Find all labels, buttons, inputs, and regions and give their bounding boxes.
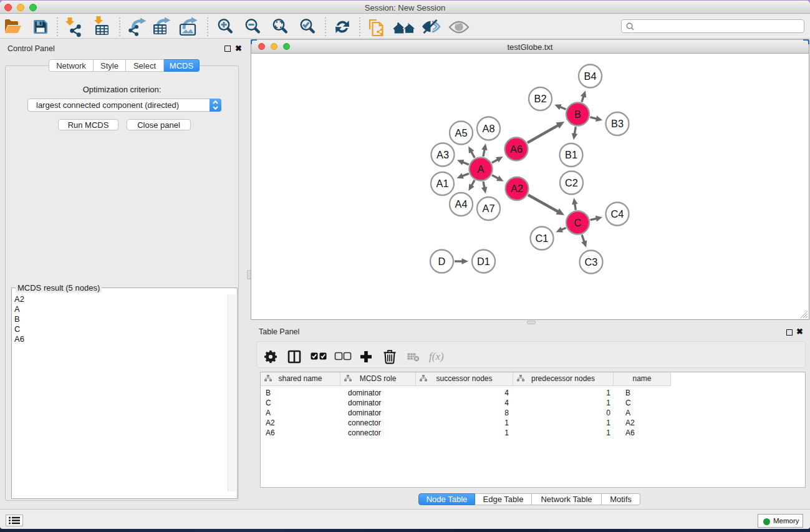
svg-text:C1: C1 xyxy=(536,233,549,244)
svg-text:D: D xyxy=(438,256,446,267)
svg-text:B3: B3 xyxy=(611,118,624,129)
svg-text:A1: A1 xyxy=(436,178,449,189)
svg-text:A7: A7 xyxy=(483,203,495,214)
svg-text:A2: A2 xyxy=(511,183,523,194)
svg-text:B4: B4 xyxy=(584,70,597,82)
svg-text:B: B xyxy=(574,109,581,120)
svg-text:A5: A5 xyxy=(455,127,468,138)
svg-text:A8: A8 xyxy=(483,123,495,134)
svg-text:C4: C4 xyxy=(611,208,624,220)
svg-text:A4: A4 xyxy=(455,198,468,210)
svg-text:B2: B2 xyxy=(534,93,547,104)
svg-text:D1: D1 xyxy=(477,256,490,267)
svg-text:A: A xyxy=(478,163,485,175)
svg-text:C: C xyxy=(574,217,582,228)
svg-text:C3: C3 xyxy=(585,256,598,268)
svg-text:B1: B1 xyxy=(565,149,577,160)
svg-text:C2: C2 xyxy=(565,177,578,188)
svg-text:A3: A3 xyxy=(436,149,449,160)
svg-text:A6: A6 xyxy=(510,143,523,155)
